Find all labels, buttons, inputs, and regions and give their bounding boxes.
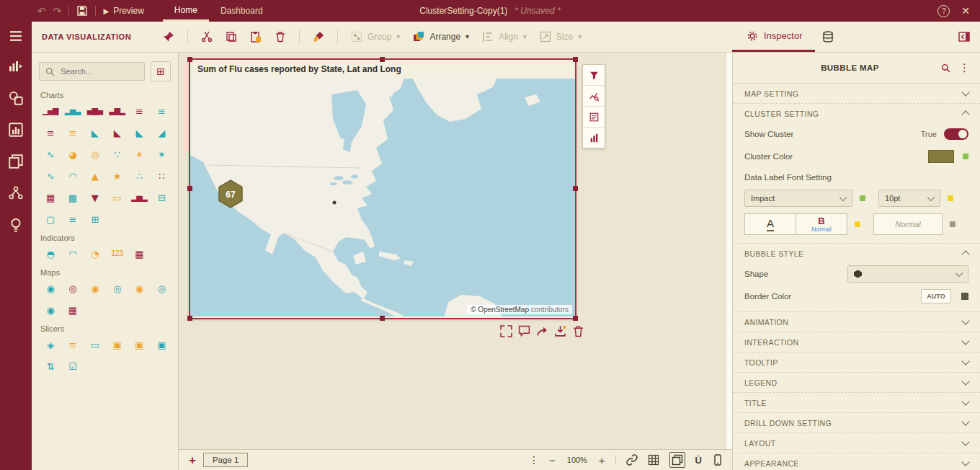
section-bubble-style[interactable]: BUBBLE STYLE <box>733 244 980 263</box>
resize-handle[interactable] <box>573 316 578 321</box>
border-color-auto-button[interactable]: AUTO <box>921 289 951 303</box>
resize-handle[interactable] <box>187 57 192 62</box>
shape-select[interactable] <box>847 265 968 283</box>
inspector-search-icon[interactable] <box>941 63 950 73</box>
heatmap-chart-icon[interactable]: ▩ <box>61 193 84 203</box>
arrange-dropdown[interactable]: Arrange ▾ <box>413 31 469 43</box>
dial-gauge-icon[interactable]: ◔ <box>84 249 106 259</box>
menu-icon[interactable] <box>9 30 23 42</box>
bubble-chart-icon[interactable]: ∵ <box>106 150 128 159</box>
stacked-bar-chart-icon[interactable]: ≡ <box>150 107 172 116</box>
export-icon[interactable] <box>554 325 566 337</box>
database-icon[interactable] <box>822 31 834 43</box>
bind-indicator-grey[interactable] <box>950 221 956 227</box>
map-area[interactable]: 67 © OpenStreetMap contributors <box>190 79 575 316</box>
pie-chart-icon[interactable]: ◕ <box>61 150 84 159</box>
radar-chart-icon[interactable]: ✶ <box>128 150 150 159</box>
paste-icon[interactable] <box>250 31 262 43</box>
kpi-grid-icon[interactable]: ▦ <box>128 249 150 259</box>
checkbox-slicer-icon[interactable]: ☑ <box>61 362 84 371</box>
scatter-chart-icon[interactable]: ∴ <box>128 172 150 181</box>
bind-indicator-green[interactable] <box>860 195 865 201</box>
filter-icon[interactable] <box>583 65 605 86</box>
spline-area-chart-icon[interactable]: ◢ <box>150 128 172 138</box>
dropdown-slicer-icon[interactable]: ▭ <box>84 340 106 350</box>
tab-dashboard[interactable]: Dashboard <box>209 0 275 22</box>
font-color-button[interactable]: A <box>744 213 796 235</box>
treemap-chart-icon[interactable]: ▦ <box>39 193 61 203</box>
show-cluster-toggle[interactable] <box>944 128 968 140</box>
pin-icon[interactable] <box>163 31 174 43</box>
section-interaction[interactable]: INTERACTION <box>733 332 980 352</box>
page-menu-icon[interactable]: ⋮ <box>529 454 539 466</box>
clustered-column-chart-icon[interactable]: ▃▆▂ <box>106 107 128 116</box>
list-view-widget-icon[interactable]: ≡ <box>61 215 84 224</box>
cut-icon[interactable] <box>201 31 213 43</box>
choropleth-map-icon[interactable]: ◉ <box>39 284 61 293</box>
number-card-icon[interactable]: 123 <box>106 249 128 259</box>
section-cluster-setting[interactable]: CLUSTER SETTING <box>733 104 980 123</box>
stacked-column-chart-icon[interactable]: ▂▅▃ <box>61 107 84 116</box>
font-style-value[interactable]: Normal <box>873 213 943 235</box>
combo-chart-icon[interactable]: ∷ <box>150 172 172 181</box>
network-icon[interactable] <box>9 186 23 200</box>
star-chart-icon[interactable]: ★ <box>106 172 128 181</box>
inspector-menu-icon[interactable]: ⋮ <box>959 61 970 74</box>
list-slicer-icon[interactable]: ≡ <box>61 340 84 350</box>
small-map-marker[interactable] <box>333 201 337 205</box>
cluster-color-swatch[interactable] <box>928 150 954 163</box>
resize-handle[interactable] <box>573 186 578 191</box>
section-animation[interactable]: ANIMATION <box>733 312 980 332</box>
textbox-widget-icon[interactable]: ▢ <box>39 215 61 224</box>
arc-gauge-icon[interactable]: ◠ <box>61 249 84 259</box>
bulb-icon[interactable] <box>9 218 23 232</box>
grid-icon[interactable] <box>648 454 659 466</box>
100-stacked-bar-chart-icon[interactable]: ≡ <box>39 128 61 138</box>
page-tab[interactable]: Page 1 <box>203 453 248 467</box>
comment-icon[interactable] <box>518 325 530 337</box>
design-canvas[interactable]: Sum of Flu cases reported by State, Lat … <box>179 53 732 449</box>
column-chart-icon[interactable]: ▁▄▆ <box>39 107 61 116</box>
font-size-select[interactable]: 10pt <box>878 190 940 207</box>
zoom-out-icon[interactable]: − <box>549 455 556 466</box>
section-appearance[interactable]: APPEARANCE <box>733 453 980 470</box>
resize-handle[interactable] <box>380 316 385 321</box>
chart-type-icon[interactable] <box>583 128 605 148</box>
date-range-slicer-icon[interactable]: ▣ <box>128 340 150 350</box>
canvas-scrollbar[interactable] <box>726 53 732 449</box>
search-input[interactable] <box>59 66 138 76</box>
zoom-in-icon[interactable]: + <box>599 455 605 466</box>
section-tooltip[interactable]: TOOLTIP <box>733 352 980 373</box>
resize-handle[interactable] <box>380 57 385 62</box>
section-drill-down[interactable]: DRILL DOWN SETTING <box>733 413 980 433</box>
100-stacked-column-chart-icon[interactable]: ▄▆▄ <box>84 107 106 116</box>
stacked-area-chart-icon[interactable]: ◣ <box>106 128 128 138</box>
trash-icon[interactable] <box>572 325 584 337</box>
histogram-chart-icon[interactable]: ▂▅▂ <box>128 193 150 203</box>
resize-handle[interactable] <box>187 316 192 321</box>
bubble-map-widget[interactable]: Sum of Flu cases reported by State, Lat … <box>189 58 576 319</box>
area-chart-icon[interactable]: ◣ <box>84 128 106 138</box>
polar-chart-icon[interactable]: ✴ <box>150 150 172 159</box>
doughnut-chart-icon[interactable]: ◎ <box>84 150 106 159</box>
world-map-icon[interactable]: ◎ <box>106 284 128 293</box>
analysis-icon[interactable] <box>583 86 605 107</box>
report-icon[interactable] <box>9 123 23 137</box>
underline-device-icon[interactable]: U̇ <box>695 455 702 466</box>
tab-inspector[interactable]: Inspector <box>732 22 815 52</box>
align-dropdown[interactable]: Align ▾ <box>482 31 527 43</box>
region-map-icon[interactable]: ◉ <box>128 284 150 293</box>
label-slicer-icon[interactable]: ◈ <box>39 340 61 350</box>
funnel-chart-icon[interactable]: ▼ <box>84 193 106 203</box>
format-painter-icon[interactable] <box>313 31 324 43</box>
globe-map-icon[interactable]: ◎ <box>150 284 172 293</box>
grid-view-icon[interactable]: ⊞ <box>151 61 171 81</box>
org-chart-icon[interactable]: ⊟ <box>150 193 172 203</box>
resize-handle[interactable] <box>573 57 578 62</box>
calendar-slicer-icon[interactable]: ▣ <box>150 340 172 350</box>
tab-home[interactable]: Home <box>163 0 209 22</box>
shapes-icon[interactable] <box>9 91 23 105</box>
help-icon[interactable]: ? <box>937 5 950 17</box>
filter-slicer-icon[interactable]: ⇅ <box>39 362 61 371</box>
border-color-swatch[interactable] <box>961 293 968 300</box>
